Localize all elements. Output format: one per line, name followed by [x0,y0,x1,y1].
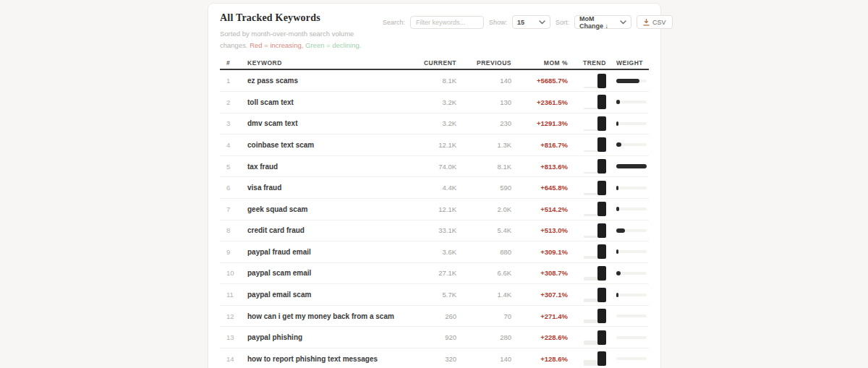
keyword-cell: how can i get my money back from a scam [239,312,406,320]
trend-current-bar [597,95,606,109]
column-header-mom: MOM % [511,59,568,67]
weight-cell [607,186,649,190]
table-row: 10 paypal scam email 27.1K 6.6K +308.7% [220,263,649,285]
previous-volume-cell: 1.3K [456,141,511,149]
weight-cell [607,79,649,83]
row-number: 11 [220,291,239,299]
trend-current-bar [597,266,606,281]
trend-previous-bar [584,360,597,367]
trend-sparkline [568,159,607,174]
current-volume-cell: 3.2K [406,119,456,127]
trend-sparkline [568,74,607,88]
search-input[interactable] [410,16,484,29]
trend-sparkline [568,116,607,131]
sort-select[interactable]: MoM Change ↓ [574,15,631,29]
keyword-cell: coinbase text scam [239,141,406,149]
row-number: 1 [220,77,239,85]
current-volume-cell: 5.7K [406,291,456,299]
trend-sparkline [568,244,607,259]
weight-cell [607,100,649,104]
weight-bar-fill [616,271,621,275]
trend-sparkline [568,137,607,152]
trend-sparkline [568,266,607,281]
mom-change-cell: +307.1% [511,291,568,299]
current-volume-cell: 74.0K [406,163,456,171]
weight-bar-track [616,272,647,275]
row-number: 6 [220,184,239,192]
csv-export-button[interactable]: CSV [637,15,673,29]
trend-previous-bar [584,320,597,323]
row-number: 4 [220,141,239,149]
trend-sparkline [568,95,607,109]
weight-bar-track [616,357,647,360]
mom-change-cell: +514.2% [511,205,568,213]
weight-bar [616,186,647,190]
table-row: 5 tax fraud 74.0K 8.1K +813.6% [220,156,649,178]
trend-sparkline [568,202,607,216]
weight-cell [607,356,649,361]
trend-previous-bar [584,108,597,109]
previous-volume-cell: 6.6K [456,269,511,277]
weight-bar [616,314,647,318]
current-volume-cell: 3.6K [406,248,456,256]
mom-change-cell: +309.1% [511,248,568,256]
column-header-previous: PREVIOUS [456,59,511,67]
trend-previous-bar [584,299,597,302]
column-header-trend: TREND [568,59,607,67]
weight-bar-track [616,294,647,296]
previous-volume-cell: 880 [456,248,511,256]
row-number: 13 [220,333,239,341]
current-volume-cell: 27.1K [406,269,456,277]
weight-bar-track [616,250,647,253]
row-number: 2 [220,98,239,106]
current-volume-cell: 260 [406,312,456,320]
table-row: 1 ez pass scams 8.1K 140 +5685.7% [220,70,649,92]
mom-change-cell: +1291.3% [511,119,568,127]
weight-bar [616,79,647,83]
table-row: 2 toll scam text 3.2K 130 +2361.5% [220,92,649,114]
download-icon [643,19,650,26]
trend-current-bar [597,223,606,238]
previous-volume-cell: 70 [456,312,511,320]
mom-change-cell: +645.8% [511,184,568,192]
keyword-cell: how to report phishing text messages [239,355,406,363]
mom-change-cell: +2361.5% [511,98,568,106]
trend-previous-bar [584,214,597,216]
table-row: 9 paypal fraud email 3.6K 880 +309.1% [220,241,649,263]
show-select[interactable]: 15 [512,15,550,29]
weight-bar-fill [616,121,618,126]
trend-current-bar [597,288,606,302]
weight-bar-fill [616,228,625,233]
weight-bar-track [616,100,647,103]
trend-current-bar [597,159,606,174]
weight-bar [616,228,647,233]
table-controls: Search: Show: 15 Sort: MoM Change ↓ [383,15,673,29]
previous-volume-cell: 230 [456,119,511,127]
keyword-cell: ez pass scams [239,77,406,85]
keyword-cell: paypal scam email [239,269,406,277]
keyword-cell: toll scam text [239,98,406,106]
title-block: All Tracked Keywords Sorted by month-ove… [220,12,383,51]
trend-previous-bar [584,256,597,260]
previous-volume-cell: 280 [456,333,511,341]
weight-bar [616,207,647,211]
table-row: 11 paypal email scam 5.7K 1.4K +307.1% [220,284,649,306]
weight-bar [616,335,647,340]
trend-current-bar [597,351,606,366]
column-header-keyword: KEYWORD [239,59,406,67]
keyword-cell: paypal phishing [239,333,406,341]
keyword-cell: tax fraud [239,163,406,171]
weight-cell [607,228,649,233]
trend-previous-bar [584,236,597,238]
search-label: Search: [383,19,405,26]
csv-button-label: CSV [652,19,666,26]
sort-select-value: MoM Change ↓ [579,15,616,30]
tracked-keywords-card: All Tracked Keywords Sorted by month-ove… [208,3,661,368]
weight-bar-track [616,336,647,339]
weight-bar-fill [616,79,639,83]
keyword-cell: visa fraud [239,184,406,192]
trend-previous-bar [584,193,597,195]
trend-current-bar [597,181,606,195]
trend-current-bar [597,244,606,259]
weight-cell [607,142,649,147]
